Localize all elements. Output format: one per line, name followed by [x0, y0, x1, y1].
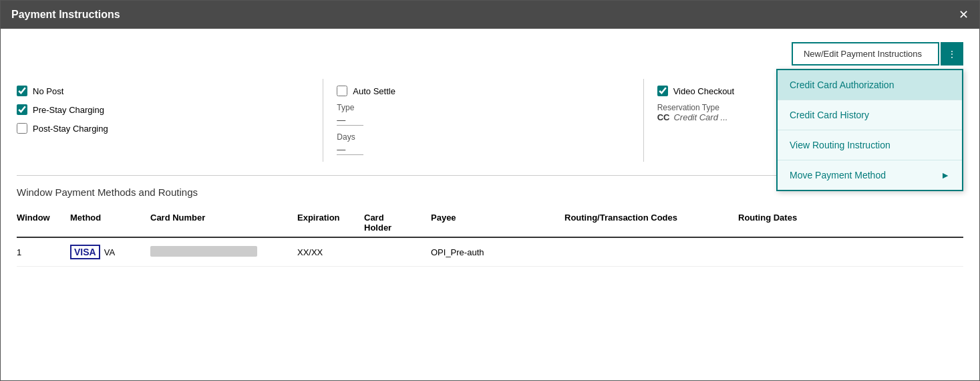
- type-field-label: Type: [337, 103, 629, 112]
- cell-window: 1: [17, 247, 70, 257]
- chevron-right-icon: ►: [941, 170, 950, 180]
- new-edit-button[interactable]: New/Edit Payment Instructions: [792, 42, 939, 66]
- dropdown-item-move-payment-label: Move Payment Method: [790, 170, 886, 180]
- col-header-routing-dates: Routing Dates: [738, 213, 963, 233]
- new-edit-container: New/Edit Payment Instructions ⋮ Credit C…: [792, 42, 963, 66]
- video-checkout-checkbox[interactable]: [657, 86, 668, 96]
- dots-menu-button[interactable]: ⋮: [941, 42, 963, 66]
- cell-card-number: [150, 246, 297, 259]
- col-header-method: Method: [70, 213, 150, 233]
- post-stay-checkbox-label[interactable]: Post-Stay Charging: [17, 123, 309, 134]
- col-header-window: Window: [17, 213, 70, 233]
- table-row[interactable]: 1 VISA VA XX/XX OPI_Pre-auth: [17, 238, 963, 267]
- pre-stay-label: Pre-Stay Charging: [33, 105, 104, 115]
- video-checkout-label: Video Checkout: [673, 86, 735, 96]
- type-field-group: Type —: [337, 103, 629, 126]
- days-field-value: —: [337, 144, 363, 155]
- type-field-value: —: [337, 115, 363, 126]
- pre-stay-checkbox-label[interactable]: Pre-Stay Charging: [17, 104, 309, 115]
- modal-body: New/Edit Payment Instructions ⋮ Credit C…: [1, 29, 979, 380]
- left-checkbox-section: No Post Pre-Stay Charging Post-Stay Char…: [17, 79, 323, 162]
- no-post-label: No Post: [33, 86, 63, 96]
- auto-settle-checkbox-label[interactable]: Auto Settle: [337, 86, 629, 96]
- dropdown-item-cc-auth[interactable]: Credit Card Authorization: [778, 70, 962, 100]
- cell-payee: OPI_Pre-auth: [431, 247, 564, 257]
- cc-badge: CC: [657, 112, 670, 122]
- dropdown-menu: Credit Card Authorization Credit Card Hi…: [776, 69, 963, 191]
- card-number-blurred: [150, 246, 257, 257]
- table-header-row: Window Method Card Number Expiration Car…: [17, 209, 963, 238]
- col-header-card-number: Card Number: [150, 213, 297, 233]
- post-stay-label: Post-Stay Charging: [33, 124, 108, 134]
- post-stay-checkbox[interactable]: [17, 123, 27, 134]
- dropdown-item-view-routing[interactable]: View Routing Instruction: [778, 130, 962, 160]
- col-header-expiration: Expiration: [297, 213, 364, 233]
- dropdown-item-view-routing-label: View Routing Instruction: [790, 140, 890, 150]
- no-post-checkbox-label[interactable]: No Post: [17, 86, 309, 96]
- auto-settle-section: Auto Settle Type — Days —: [323, 79, 643, 162]
- auto-settle-label: Auto Settle: [353, 86, 395, 96]
- col-header-routing: Routing/Transaction Codes: [564, 213, 738, 233]
- visa-logo: VISA: [70, 245, 100, 259]
- dropdown-item-move-payment[interactable]: Move Payment Method ►: [778, 160, 962, 190]
- no-post-checkbox[interactable]: [17, 86, 27, 96]
- days-field-label: Days: [337, 132, 629, 142]
- top-bar: New/Edit Payment Instructions ⋮ Credit C…: [17, 42, 963, 66]
- payment-methods-table: Window Method Card Number Expiration Car…: [17, 209, 963, 267]
- days-field-group: Days —: [337, 132, 629, 155]
- pre-stay-checkbox[interactable]: [17, 104, 27, 115]
- dropdown-item-cc-auth-label: Credit Card Authorization: [790, 80, 894, 90]
- modal-header: Payment Instructions ✕: [1, 1, 979, 29]
- dropdown-item-cc-history-label: Credit Card History: [790, 110, 869, 120]
- cell-method: VISA VA: [70, 245, 150, 259]
- cc-type-value: Credit Card ...: [673, 112, 727, 122]
- cell-expiration: XX/XX: [297, 247, 364, 257]
- modal-title: Payment Instructions: [11, 9, 120, 21]
- payment-instructions-modal: Payment Instructions ✕ New/Edit Payment …: [0, 0, 980, 381]
- method-code: VA: [104, 247, 115, 257]
- auto-settle-checkbox[interactable]: [337, 86, 347, 96]
- new-edit-label: New/Edit Payment Instructions: [804, 49, 927, 59]
- dropdown-item-cc-history[interactable]: Credit Card History: [778, 100, 962, 130]
- col-header-card-holder: CardHolder: [364, 213, 431, 233]
- checkbox-group: No Post Pre-Stay Charging Post-Stay Char…: [17, 79, 309, 140]
- close-button[interactable]: ✕: [959, 7, 969, 22]
- col-header-payee: Payee: [431, 213, 564, 233]
